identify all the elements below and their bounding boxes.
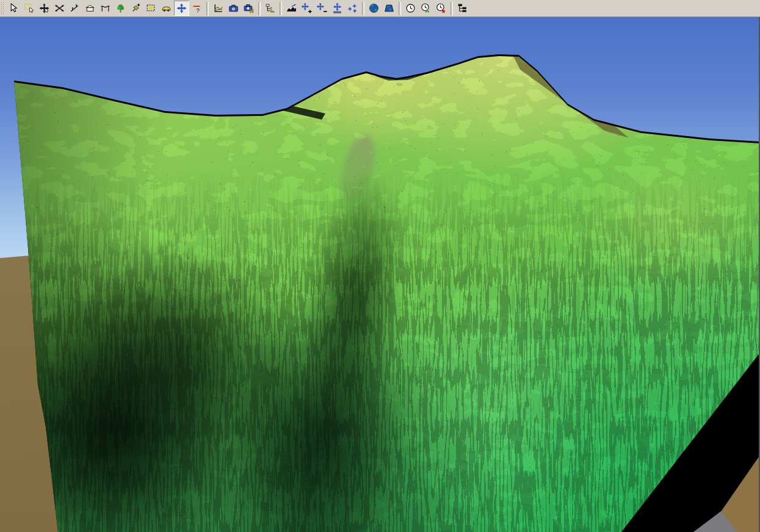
slope-line-icon <box>70 3 80 13</box>
cursor-arrow-icon <box>9 3 19 13</box>
svg-text:L: L <box>270 6 275 13</box>
toolbar-button-time-play[interactable] <box>418 1 433 16</box>
toolbar-button-map-projection[interactable] <box>382 1 397 16</box>
toolbar-button-fly-zoom-in[interactable] <box>299 1 314 16</box>
vehicle-icon <box>161 3 172 13</box>
toolbar-button-drive-vehicle[interactable] <box>159 1 174 16</box>
camera-north-icon: N <box>244 3 254 13</box>
multi-pan-icon <box>347 3 358 13</box>
toolbar-button-select-area[interactable] <box>21 1 37 16</box>
toolbar-button-multi-waypoint[interactable] <box>345 1 360 16</box>
toolbar-button-scene-tree[interactable] <box>455 1 470 16</box>
svg-text:?: ? <box>196 7 199 13</box>
toolbar-button-profile-graph[interactable] <box>211 1 226 16</box>
clock-icon <box>405 3 416 13</box>
crossed-arrows-icon <box>54 3 65 13</box>
measure-question-icon: ? <box>192 3 202 13</box>
toolbar-button-place-tree[interactable] <box>113 1 128 16</box>
map-trapezoid-icon <box>384 3 394 13</box>
terrain-profile-icon <box>286 3 297 13</box>
clock-play-icon <box>421 3 431 13</box>
toolbar-button-terrain-profile[interactable] <box>284 1 299 16</box>
toolbar-separator <box>399 2 401 15</box>
scene-tree-icon <box>457 3 468 13</box>
building-icon <box>85 3 95 13</box>
camera-icon <box>228 3 239 13</box>
toolbar-button-swap-axes[interactable] <box>52 1 67 16</box>
pan-minus-icon <box>317 3 327 13</box>
toolbar-button-place-building[interactable] <box>82 1 98 16</box>
toolbar-separator <box>258 2 261 15</box>
move-arrows-cursor-icon <box>39 3 49 13</box>
toolbar-button-snapshot-north[interactable]: N <box>241 1 256 16</box>
pan-arrows-icon <box>176 3 187 13</box>
toolbar-button-pan-navigate[interactable] <box>174 1 189 16</box>
pan-plus-icon <box>302 3 312 13</box>
toolbar-button-draw-slope-line[interactable] <box>67 1 82 16</box>
select-area-icon <box>24 3 34 13</box>
toolbar-button-measure-query[interactable]: ? <box>189 1 204 16</box>
toolbar-separator <box>362 2 364 15</box>
tree-icon <box>115 3 126 13</box>
toolbar-button-fly-to-ground[interactable] <box>330 1 345 16</box>
powerline-icon <box>100 3 110 13</box>
svg-text:N: N <box>250 8 254 13</box>
clock-stop-icon <box>436 3 446 13</box>
pan-ground-icon <box>332 3 342 13</box>
toolbar-button-time-stop[interactable] <box>433 1 449 16</box>
toolbar-button-clear-selection[interactable] <box>143 1 159 16</box>
toolbar-button-move-object[interactable] <box>37 1 52 16</box>
toolbar-button-place-powerline[interactable] <box>98 1 113 16</box>
toolbar-grip-handle[interactable] <box>1 2 5 15</box>
globe-icon <box>369 3 379 13</box>
selection-x-icon <box>146 3 156 13</box>
layer-list-icon: L <box>265 3 275 13</box>
terrain-3d-viewport[interactable] <box>0 17 760 532</box>
toolbar-button-time-clock[interactable] <box>403 1 418 16</box>
toolbar-button-globe-view[interactable] <box>366 1 382 16</box>
toolbar-button-add-pin[interactable] <box>128 1 143 16</box>
toolbar-separator <box>451 2 453 15</box>
toolbar-button-snapshot-camera[interactable] <box>226 1 241 16</box>
toolbar-button-select-cursor[interactable] <box>6 1 21 16</box>
toolbar-separator <box>206 2 209 15</box>
graph-icon <box>213 3 223 13</box>
app-window: ? N L <box>0 0 760 532</box>
toolbar-separator <box>280 2 282 15</box>
toolbar-button-layer-list[interactable]: L <box>262 1 278 16</box>
add-pin-icon <box>131 3 141 13</box>
toolbar: ? N L <box>0 0 760 17</box>
toolbar-button-fly-zoom-out[interactable] <box>314 1 330 16</box>
